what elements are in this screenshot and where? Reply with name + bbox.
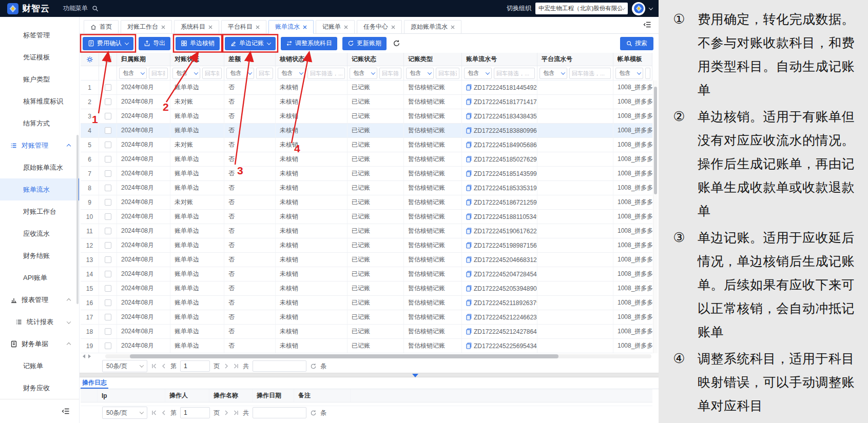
scrollbar-thumb[interactable] <box>130 354 558 358</box>
tab-original-bill-flow[interactable]: 原始账单流水 <box>404 20 461 34</box>
splitter-arrow-icon[interactable] <box>412 374 418 377</box>
row-checkbox[interactable] <box>105 314 111 320</box>
row-checkbox[interactable] <box>105 328 111 335</box>
sidebar-item-reconciliation-management[interactable]: 对账管理 <box>0 134 79 156</box>
last-page-button[interactable] <box>233 410 239 416</box>
close-icon[interactable] <box>256 25 260 29</box>
row-checkbox[interactable] <box>105 213 111 220</box>
table-row[interactable]: 18 2024年08月 账单单边 否 未核销 已记账 暂估核销记账 ZD1722… <box>81 325 652 339</box>
filter-operator-select[interactable]: 包含 <box>119 68 147 79</box>
table-row[interactable]: 6 2024年08月 账单单边 否 未核销 已记账 暂估核销记账 ZD17222… <box>81 152 652 167</box>
copy-icon[interactable] <box>466 271 472 277</box>
fee-confirm-button[interactable]: 费用确认 <box>83 37 133 50</box>
tab-bookkeeping-doc[interactable]: 记账单 <box>316 20 355 34</box>
sidebar-caret-icon[interactable] <box>67 144 71 148</box>
filter-input[interactable] <box>256 68 273 79</box>
copy-icon[interactable] <box>466 256 472 263</box>
copy-icon[interactable] <box>466 314 472 320</box>
column-header-platform-flow-no[interactable]: 平台流水号 <box>537 53 613 66</box>
filter-input[interactable] <box>307 68 345 79</box>
column-header-difference[interactable]: 差额 <box>224 53 276 66</box>
row-checkbox[interactable] <box>105 185 111 191</box>
sidebar-item-api-bill[interactable]: API账单 <box>0 267 79 289</box>
column-header-period[interactable]: 归属账期 <box>117 53 170 66</box>
refresh-icon[interactable] <box>393 39 400 47</box>
sidebar-caret-icon[interactable] <box>67 298 71 303</box>
scrollbar-thumb[interactable] <box>654 87 657 194</box>
reload-total-icon[interactable] <box>310 363 317 370</box>
total-count-input[interactable] <box>253 360 306 372</box>
last-page-button[interactable] <box>233 363 239 369</box>
next-page-button[interactable] <box>223 410 229 416</box>
adjust-system-subject-button[interactable]: 调整系统科目 <box>281 37 337 50</box>
table-row[interactable]: 12 2024年08月 账单单边 否 未核销 已记账 暂估核销记账 ZD1722… <box>81 238 652 253</box>
filter-operator-select[interactable]: 包含 <box>406 68 434 79</box>
column-settings-gear-icon[interactable] <box>86 56 93 63</box>
filter-input[interactable] <box>379 68 401 79</box>
copy-icon[interactable] <box>466 328 472 335</box>
table-row[interactable]: 15 2024年08月 账单单边 否 未核销 已记账 暂估核销记账 ZD1722… <box>81 281 652 296</box>
tab-operation-log[interactable]: 操作日志 <box>81 377 108 389</box>
prev-page-button[interactable] <box>161 363 167 369</box>
next-page-button[interactable] <box>223 363 229 369</box>
total-count-input[interactable] <box>253 407 306 418</box>
row-checkbox[interactable] <box>105 170 111 177</box>
sidebar-item-financial-receivable[interactable]: 财务应收 <box>0 377 79 399</box>
copy-icon[interactable] <box>466 127 472 134</box>
row-checkbox[interactable] <box>105 113 111 119</box>
unilateral-bookkeeping-button[interactable]: 单边记账 <box>225 37 276 50</box>
column-header-bill-flow-no[interactable]: 账单流水号 <box>462 53 537 66</box>
table-row[interactable]: 5 2024年08月 未对账 否 未核销 已记账 暂估核销记账 ZD172224… <box>81 138 652 152</box>
row-checkbox[interactable] <box>105 343 111 349</box>
copy-icon[interactable] <box>466 285 472 292</box>
scrollbar-track[interactable] <box>105 354 651 358</box>
sidebar-item-receivable-flow[interactable]: 应收流水 <box>0 223 79 245</box>
prev-page-button[interactable] <box>161 410 167 416</box>
table-row[interactable]: 1 2024年08月 账单单边 否 未核销 已记账 暂估核销记账 ZD17222… <box>81 80 652 95</box>
tab-bill-flow[interactable]: 账单流水 <box>268 20 314 34</box>
filter-input[interactable] <box>569 68 611 79</box>
table-row[interactable]: 11 2024年08月 账单单边 否 未核销 已记账 暂估核销记账 ZD1722… <box>81 224 652 238</box>
tab-reconciliation-workbench[interactable]: 对账工作台 <box>121 20 172 34</box>
filter-operator-select[interactable]: 包含 <box>226 68 254 79</box>
sidebar-item-bill-flow[interactable]: 账单流水 <box>0 178 79 200</box>
table-row[interactable]: 10 2024年08月 账单单边 否 未核销 已记账 暂估核销记账 ZD1722… <box>81 210 652 224</box>
copy-icon[interactable] <box>466 185 472 191</box>
unilateral-writeoff-button[interactable]: 单边核销 <box>176 37 220 50</box>
reload-total-icon[interactable] <box>310 410 317 416</box>
copy-icon[interactable] <box>466 113 472 119</box>
column-header-recon-status[interactable]: 对账状态 <box>170 53 224 66</box>
tab-system-subject[interactable]: 系统科目 <box>174 20 219 34</box>
copy-icon[interactable] <box>466 199 472 206</box>
close-icon[interactable] <box>161 25 165 29</box>
row-checkbox[interactable] <box>105 127 111 134</box>
filter-operator-select[interactable]: 包含 <box>615 68 643 79</box>
filter-input[interactable] <box>149 68 168 79</box>
panel-splitter[interactable] <box>80 373 659 377</box>
sidebar-item-report-management[interactable]: 报表管理 <box>0 289 79 311</box>
sidebar-item-tag-management[interactable]: 标签管理 <box>0 24 79 46</box>
close-icon[interactable] <box>208 25 213 29</box>
table-row[interactable]: 7 2024年08月 账单单边 否 未核销 已记账 暂估核销记账 ZD17222… <box>81 167 652 181</box>
copy-icon[interactable] <box>466 170 472 177</box>
close-icon[interactable] <box>303 25 307 29</box>
search-button[interactable]: 搜索 <box>620 37 653 50</box>
row-checkbox[interactable] <box>105 199 111 206</box>
table-row[interactable]: 13 2024年08月 账单单边 否 未核销 已记账 暂估核销记账 ZD1722… <box>81 253 652 267</box>
row-checkbox[interactable] <box>105 98 111 105</box>
sidebar-caret-icon[interactable] <box>67 319 71 324</box>
user-menu-caret-icon[interactable] <box>649 6 653 10</box>
table-row[interactable]: 4 2024年08月 账单单边 否 未核销 已记账 暂估核销记账 ZD17222… <box>81 124 652 138</box>
copy-icon[interactable] <box>466 84 472 91</box>
filter-input[interactable] <box>436 68 459 79</box>
copy-icon[interactable] <box>466 228 472 234</box>
filter-operator-select[interactable]: 包含 <box>464 68 492 79</box>
table-vertical-scrollbar[interactable] <box>653 80 658 353</box>
table-row[interactable]: 17 2024年08月 账单单边 否 未核销 已记账 暂估核销记账 ZD1722… <box>81 310 652 325</box>
sidebar-item-bookkeeping-doc[interactable]: 记账单 <box>0 355 79 377</box>
page-size-select[interactable]: 50条/页 <box>102 407 147 419</box>
filter-operator-select[interactable]: 包含 <box>350 68 377 79</box>
table-row[interactable]: 14 2024年08月 账单单边 否 未核销 已记账 暂估核销记账 ZD1722… <box>81 267 652 281</box>
fixed-columns-scroll-arrows[interactable] <box>82 354 104 358</box>
close-icon[interactable] <box>391 25 395 29</box>
